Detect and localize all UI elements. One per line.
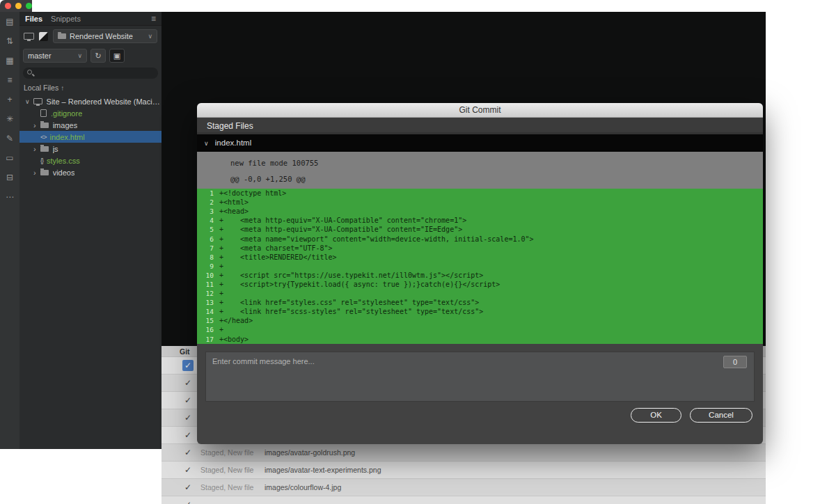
tree-item-site-root[interactable]: ∨Site – Rendered Website (Macintosh HD..… bbox=[19, 95, 161, 107]
file-status: Staged, New file bbox=[200, 448, 265, 457]
git-tab[interactable]: Git bbox=[180, 347, 190, 356]
line-content: + <script>try{Typekit.load({ async: true… bbox=[219, 281, 500, 288]
diff-line: 4+ <meta http-equiv="X-UA-Compatible" co… bbox=[197, 216, 763, 225]
folder-icon bbox=[40, 170, 49, 175]
line-number: 1 bbox=[197, 189, 219, 197]
staged-checkbox[interactable]: ✓ bbox=[182, 482, 194, 493]
file-status: Staged, New file bbox=[200, 483, 265, 491]
tree-item-styles-css[interactable]: {}styles.css bbox=[19, 155, 161, 166]
tree-item-label: styles.css bbox=[47, 157, 80, 165]
diff-line: 6+ <meta name="viewport" content="width=… bbox=[197, 234, 763, 243]
tab-snippets[interactable]: Snippets bbox=[51, 15, 81, 23]
search-icon bbox=[27, 70, 32, 74]
file-path: images/avatar-text-experiments.png bbox=[265, 466, 381, 474]
branch-dropdown[interactable]: master ∨ bbox=[23, 49, 87, 63]
git-sync-button[interactable]: ↻ bbox=[90, 49, 106, 63]
line-number: 7 bbox=[197, 244, 219, 252]
staged-checkbox[interactable]: ✓ bbox=[182, 447, 194, 458]
line-number: 9 bbox=[197, 262, 219, 270]
tab-files[interactable]: Files bbox=[25, 15, 42, 23]
diff-file-header[interactable]: ∨ index.html bbox=[197, 134, 763, 152]
cancel-button[interactable]: Cancel bbox=[690, 408, 752, 423]
line-content: + bbox=[219, 326, 223, 333]
staged-file-row[interactable]: ✓Staged, New fileimages/colourflow-4.jpg bbox=[161, 479, 766, 496]
diff-line: 16+ bbox=[197, 325, 763, 334]
window-titlebar bbox=[0, 0, 32, 12]
sort-direction-icon[interactable]: ↑ bbox=[61, 84, 64, 92]
panel-menu-icon[interactable]: ≡ bbox=[151, 14, 156, 24]
expand-icon: › bbox=[33, 145, 36, 153]
staged-file-row[interactable]: ✓Staged, New fileimages/avatar-goldrush.… bbox=[161, 444, 766, 462]
diff-line: 5+ <meta http-equiv="X-UA-Compatible" co… bbox=[197, 225, 763, 234]
line-content: + <link href="scss-styles" rel="styleshe… bbox=[219, 308, 483, 315]
ok-button[interactable]: OK bbox=[631, 408, 681, 423]
tree-item-gitignore[interactable]: .gitignore bbox=[19, 107, 161, 119]
tree-item-label: videos bbox=[53, 168, 75, 177]
close-button[interactable] bbox=[5, 3, 11, 9]
server-toggle-icon[interactable] bbox=[39, 32, 48, 41]
commit-message-input[interactable]: Enter commit message here... 0 bbox=[205, 352, 755, 402]
tree-item-videos[interactable]: ›videos bbox=[19, 166, 161, 178]
local-files-label: Local Files ↑ bbox=[24, 84, 64, 92]
line-content: + <script src="https://use.typekit.net/i… bbox=[219, 271, 483, 279]
git-actions-button[interactable]: ▣ bbox=[109, 49, 125, 63]
diff-line: 15+</head> bbox=[197, 316, 763, 325]
sort-icon[interactable]: ⇅ bbox=[0, 31, 19, 51]
dom-panel-icon[interactable]: ✎ bbox=[0, 129, 19, 148]
staged-files-header: Staged Files bbox=[197, 118, 763, 134]
staged-checkbox[interactable]: ✓ bbox=[182, 499, 194, 504]
staged-file-row[interactable]: ✓Staged, New fileimages/avatar-text-expe… bbox=[161, 462, 766, 479]
staged-checkbox[interactable]: ✓ bbox=[182, 377, 194, 388]
tree-item-js[interactable]: ›js bbox=[19, 143, 161, 155]
line-number: 3 bbox=[197, 207, 219, 215]
zoom-button[interactable] bbox=[26, 3, 32, 9]
diff-meta-block: new file mode 100755@@ -0,0 +1,250 @@ bbox=[197, 152, 763, 189]
desktop-icon bbox=[24, 33, 34, 40]
file-path: images/colourflow-4.jpg bbox=[265, 483, 341, 491]
line-content: + <title>RENDERED</title> bbox=[219, 253, 337, 261]
more-panels-icon[interactable]: ⋯ bbox=[0, 187, 19, 207]
snippets-panel-icon[interactable]: ⊟ bbox=[0, 168, 19, 187]
staged-checkbox[interactable]: ✓ bbox=[182, 464, 194, 475]
diff-line: 12+ bbox=[197, 289, 763, 298]
diff-view[interactable]: new file mode 100755@@ -0,0 +1,250 @@ 1+… bbox=[197, 152, 763, 344]
site-icon bbox=[33, 98, 42, 104]
dialog-titlebar[interactable]: Git Commit bbox=[197, 103, 763, 118]
tree-item-index-html[interactable]: <>index.html bbox=[19, 131, 161, 143]
line-content: + <meta http-equiv="X-UA-Compatible" con… bbox=[219, 226, 462, 233]
staged-checkbox[interactable]: ✓ bbox=[182, 430, 194, 441]
diff-line: 11+ <script>try{Typekit.load({ async: tr… bbox=[197, 280, 763, 289]
cc-libraries-icon[interactable]: ▦ bbox=[0, 51, 19, 70]
files-panel: Files Snippets ≡ Rendered Website ∨ mast… bbox=[19, 12, 161, 449]
line-content: + <link href="styles.css" rel="styleshee… bbox=[219, 299, 479, 306]
collapse-icon[interactable]: ∨ bbox=[204, 140, 209, 147]
left-toolbar: ▤⇅▦≡+✳✎▭⊟⋯ bbox=[0, 12, 19, 449]
line-content: + <meta charset="UTF-8"> bbox=[219, 244, 333, 252]
file-status: Staged, New file bbox=[200, 466, 265, 474]
files-panel-icon[interactable]: ≡ bbox=[0, 70, 19, 90]
css-designer-icon[interactable]: ✳ bbox=[0, 109, 19, 129]
staged-checkbox[interactable]: ✓ bbox=[182, 360, 194, 371]
behaviors-icon[interactable]: ▭ bbox=[0, 148, 19, 168]
staged-file-row[interactable]: ✓ bbox=[161, 496, 766, 504]
line-number: 16 bbox=[197, 326, 219, 333]
line-content: + bbox=[219, 290, 223, 297]
staged-checkbox[interactable]: ✓ bbox=[182, 412, 194, 423]
tree-item-label: index.html bbox=[50, 133, 85, 141]
tree-item-label: images bbox=[53, 121, 77, 129]
insert-icon[interactable]: + bbox=[0, 90, 19, 109]
staged-checkbox[interactable]: ✓ bbox=[182, 395, 194, 406]
new-document-icon[interactable]: ▤ bbox=[0, 12, 19, 31]
line-content: +</head> bbox=[219, 317, 253, 324]
branch-dropdown-value: master bbox=[28, 52, 52, 60]
diff-line: 17+<body> bbox=[197, 335, 763, 344]
site-dropdown[interactable]: Rendered Website ∨ bbox=[53, 29, 157, 43]
search-input[interactable] bbox=[23, 68, 158, 79]
diff-line: 2+<html> bbox=[197, 198, 763, 207]
minimize-button[interactable] bbox=[15, 3, 22, 9]
diff-line: 7+ <meta charset="UTF-8"> bbox=[197, 244, 763, 253]
tree-item-images[interactable]: ›images bbox=[19, 119, 161, 131]
line-number: 11 bbox=[197, 281, 219, 288]
folder-icon bbox=[58, 33, 66, 39]
char-counter: 0 bbox=[723, 356, 747, 368]
